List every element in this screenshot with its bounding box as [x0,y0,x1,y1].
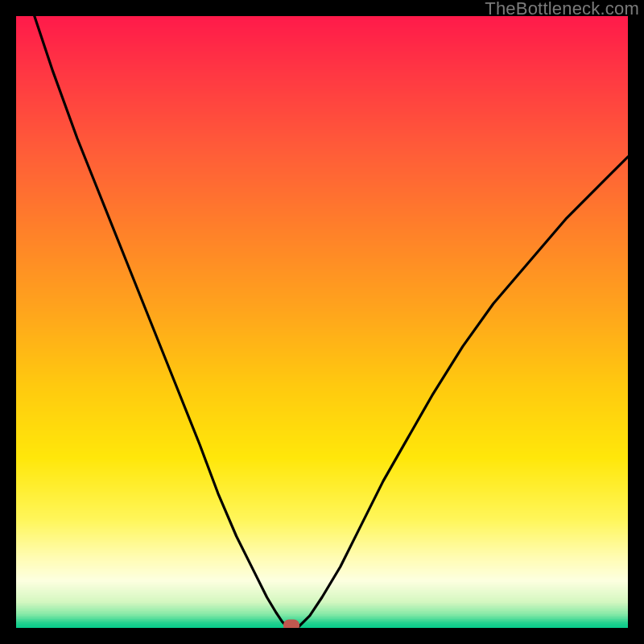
branding-watermark: TheBottleneck.com [485,0,639,19]
minimum-marker [283,620,299,629]
chart-frame: TheBottleneck.com [0,0,644,644]
plot-area [16,16,628,628]
bottleneck-curve [16,16,628,628]
